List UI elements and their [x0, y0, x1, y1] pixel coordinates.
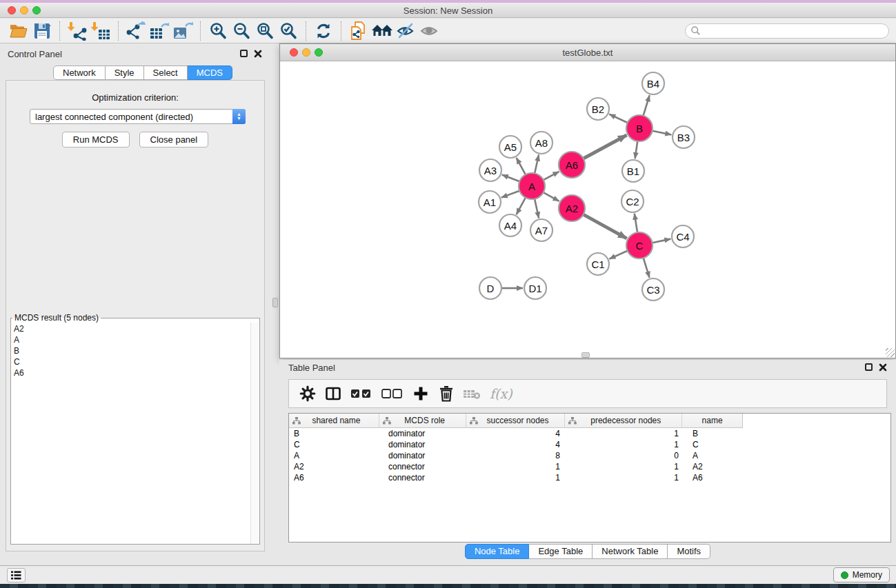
result-list-item[interactable]: A2 — [14, 323, 248, 334]
graph-edge-A-A6[interactable] — [544, 172, 559, 180]
table-row[interactable]: Adominator80A — [289, 450, 890, 461]
result-list-item[interactable]: B — [14, 345, 248, 356]
table-cell[interactable]: A — [683, 450, 743, 461]
graph-edge-B-B3[interactable] — [653, 131, 672, 135]
run-mcds-button[interactable]: Run MCDS — [62, 132, 130, 148]
graph-edge-B-B1[interactable] — [635, 141, 638, 159]
window-resize-grip[interactable] — [886, 348, 895, 357]
graph-edge-B-B4[interactable] — [644, 95, 650, 116]
import-table-icon[interactable] — [89, 21, 112, 41]
table-cell[interactable]: 4 — [466, 439, 566, 450]
graph-edge-C-C2[interactable] — [635, 214, 637, 232]
table-row[interactable]: A2connector11A2 — [289, 461, 890, 472]
column-header-name[interactable]: name — [682, 414, 742, 427]
hide-eye-icon[interactable] — [394, 21, 417, 41]
graph-edge-A2-C[interactable] — [584, 214, 627, 239]
column-header-successor-nodes[interactable]: successor nodes — [466, 414, 566, 427]
function-builder-icon[interactable]: f(x) — [487, 386, 512, 401]
tab-mcds[interactable]: MCDS — [188, 65, 232, 80]
tab-edge-table[interactable]: Edge Table — [529, 544, 593, 559]
table-cell[interactable]: A2 — [683, 461, 743, 472]
graph-edge-C-C3[interactable] — [644, 258, 650, 278]
delete-table-icon[interactable] — [461, 383, 482, 404]
graph-edge-A-A7[interactable] — [535, 199, 539, 219]
zoom-out-icon[interactable] — [230, 21, 253, 41]
search-box[interactable] — [685, 23, 889, 39]
table-cell[interactable]: A6 — [289, 472, 379, 483]
table-cell[interactable]: connector — [379, 472, 466, 483]
table-cell[interactable]: C — [289, 439, 379, 450]
tab-motifs[interactable]: Motifs — [668, 544, 710, 559]
table-row[interactable]: A6connector11A6 — [289, 472, 890, 483]
zoom-fit-icon[interactable] — [253, 21, 277, 41]
graph-edge-A-A1[interactable] — [501, 191, 519, 198]
table-cell[interactable]: dominator — [379, 439, 466, 450]
result-list-item[interactable]: C — [14, 356, 248, 367]
table-row[interactable]: Bdominator41B — [289, 428, 890, 439]
close-panel-button[interactable]: Close panel — [139, 132, 209, 148]
horizontal-splitter-grip[interactable] — [581, 352, 590, 358]
select-all-columns-icon[interactable] — [348, 383, 375, 404]
deselect-all-columns-icon[interactable] — [379, 383, 406, 404]
table-cell[interactable]: 4 — [466, 428, 566, 439]
graph-edge-A-A5[interactable] — [517, 158, 526, 174]
result-list-item[interactable]: A — [14, 334, 248, 345]
open-session-icon[interactable] — [7, 21, 30, 41]
home-icon[interactable] — [370, 21, 394, 41]
result-list-item[interactable]: A6 — [14, 367, 248, 378]
memory-button[interactable]: Memory — [833, 567, 890, 582]
table-cell[interactable]: A6 — [683, 472, 743, 483]
table-cell[interactable]: 1 — [566, 472, 683, 483]
column-header-predecessor-nodes[interactable]: predecessor nodes — [565, 414, 682, 427]
column-header-mcds-role[interactable]: MCDS role — [379, 414, 466, 427]
table-cell[interactable]: 1 — [466, 472, 566, 483]
table-row[interactable]: Cdominator41C — [289, 439, 890, 450]
float-panel-icon[interactable] — [240, 50, 248, 57]
network-canvas[interactable]: B4B2BB3A5A8A6B1A3AC2A1A2A4A7C4CC1C3DD1 — [280, 61, 895, 358]
table-cell[interactable]: B — [683, 428, 743, 439]
graph-edge-C-C1[interactable] — [609, 251, 627, 259]
table-cell[interactable]: A2 — [289, 461, 379, 472]
node-table[interactable]: shared name MCDS role successor nodes pr… — [288, 413, 891, 543]
create-column-plus-icon[interactable] — [410, 383, 431, 404]
export-image-icon[interactable] — [171, 21, 195, 41]
table-cell[interactable]: 8 — [466, 450, 566, 461]
table-cell[interactable]: dominator — [379, 428, 466, 439]
zoom-selected-icon[interactable] — [277, 21, 300, 41]
zoom-in-icon[interactable] — [206, 21, 230, 41]
clone-network-icon[interactable] — [347, 21, 370, 41]
graph-edge-A-A8[interactable] — [535, 155, 539, 174]
show-eye-icon[interactable] — [417, 21, 441, 41]
save-session-icon[interactable] — [30, 21, 54, 41]
export-network-icon[interactable] — [124, 21, 148, 41]
table-cell[interactable]: 1 — [566, 439, 683, 450]
graph-edge-A6-B[interactable] — [584, 135, 627, 159]
table-cell[interactable]: 1 — [466, 461, 566, 472]
search-input[interactable] — [701, 26, 873, 36]
tab-select[interactable]: Select — [144, 65, 188, 80]
vertical-splitter-grip[interactable] — [272, 298, 278, 307]
tab-network-table[interactable]: Network Table — [593, 544, 668, 559]
import-network-icon[interactable] — [66, 21, 89, 41]
table-cell[interactable]: connector — [379, 461, 466, 472]
table-cell[interactable]: 1 — [566, 461, 683, 472]
table-cell[interactable]: dominator — [379, 450, 466, 461]
delete-column-trash-icon[interactable] — [436, 383, 457, 404]
table-cell[interactable]: A — [289, 450, 379, 461]
table-cell[interactable]: B — [289, 428, 379, 439]
column-header-shared-name[interactable]: shared name — [289, 414, 379, 427]
export-table-icon[interactable] — [148, 21, 171, 41]
tab-style[interactable]: Style — [106, 65, 144, 80]
refresh-icon[interactable] — [312, 21, 335, 41]
close-panel-icon[interactable] — [254, 50, 262, 58]
graph-edge-C-C4[interactable] — [653, 239, 671, 243]
graph-edge-A-A2[interactable] — [544, 192, 559, 201]
graph-edge-B-B2[interactable] — [609, 114, 627, 123]
table-cell[interactable]: C — [683, 439, 743, 450]
result-scrollbar[interactable] — [250, 323, 259, 544]
float-table-panel-icon[interactable] — [865, 363, 873, 371]
tab-network[interactable]: Network — [53, 65, 106, 80]
tab-node-table[interactable]: Node Table — [465, 544, 530, 559]
table-cell[interactable]: 1 — [566, 428, 683, 439]
optimization-select[interactable]: largest connected component (directed) ▲… — [30, 109, 246, 124]
